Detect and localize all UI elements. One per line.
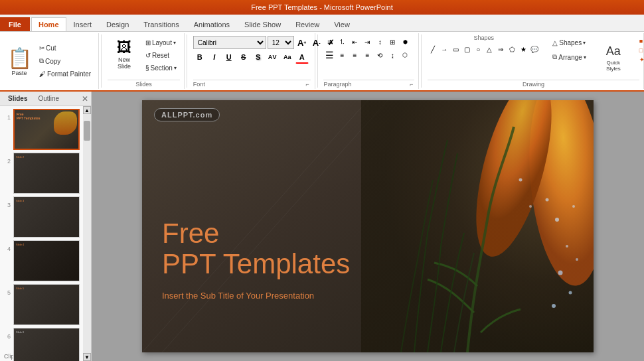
change-case-button[interactable]: Aa [281, 50, 294, 64]
font-size-select[interactable]: 12 [268, 36, 294, 49]
shape-star[interactable]: ★ [518, 44, 528, 54]
align-text-button[interactable]: ↨ [386, 49, 398, 61]
text-shadow-button[interactable]: S [252, 50, 265, 64]
shape-rect[interactable]: ▭ [450, 44, 461, 54]
format-painter-button[interactable]: 🖌 Format Painter [36, 68, 94, 80]
tab-view[interactable]: View [327, 17, 357, 31]
svg-point-13 [552, 304, 556, 308]
bullets-button[interactable]: ≡ [323, 36, 335, 48]
scroll-track[interactable] [83, 114, 91, 353]
grow-font-button[interactable]: A+ [295, 36, 309, 49]
scroll-thumb[interactable] [84, 121, 90, 141]
align-left-button[interactable]: ☰ [323, 49, 335, 61]
increase-indent-button[interactable]: ⇥ [361, 36, 373, 48]
quick-styles-icon: Aa [606, 44, 621, 58]
shape-triangle[interactable]: △ [484, 44, 495, 54]
slide-thumb-5[interactable]: 5 Slide 5 [3, 284, 80, 325]
slide-thumb-1[interactable]: 1 FreePPT Templates [3, 109, 80, 150]
slide-thumb-6[interactable]: 6 Slide 6 [3, 328, 80, 361]
reset-icon: ↺ [145, 52, 151, 59]
columns-button[interactable]: ⊞ [386, 36, 398, 48]
slide-title-container[interactable]: Free PPT Templates [162, 218, 350, 279]
reset-label: Reset [152, 52, 169, 59]
tab-slideshow[interactable]: Slide Show [237, 17, 288, 31]
quick-styles-button[interactable]: Aa QuickStyles [599, 36, 628, 80]
align-center-button[interactable]: ≡ [336, 49, 348, 61]
line-spacing-button[interactable]: ↕ [374, 36, 386, 48]
slide-title-line1: Free [162, 218, 350, 249]
underline-button[interactable]: U [222, 50, 236, 64]
slide-subtitle[interactable]: Insert the Sub Title of Your Presentatio… [162, 291, 314, 301]
close-panel-button[interactable]: ✕ [82, 94, 88, 104]
shape-rounded-rect[interactable]: ▢ [461, 44, 472, 54]
format-painter-icon: 🖌 [39, 70, 46, 78]
numbering-button[interactable]: ⒈ [336, 36, 348, 48]
arrange-icon: ⧉ [552, 53, 557, 61]
tab-home[interactable]: Home [31, 17, 66, 31]
new-slide-button[interactable]: 🖼 NewSlide [108, 35, 141, 74]
tab-transitions[interactable]: Transitions [136, 17, 186, 31]
slide-img-4[interactable]: Slide 4 [13, 240, 80, 281]
section-button[interactable]: § Section ▾ [142, 62, 180, 74]
shape-arrow[interactable]: → [439, 44, 449, 54]
font-expand-button[interactable]: ⌐ [304, 81, 310, 88]
slide-img-1[interactable]: FreePPT Templates [13, 109, 80, 150]
shape-line[interactable]: ╱ [428, 44, 438, 54]
justify-button[interactable]: ≡ [361, 49, 373, 61]
slides-panel-tabs: Slides Outline [3, 92, 64, 106]
ribbon-tab-bar: File Home Insert Design Transitions Anim… [0, 15, 644, 32]
font-name-select[interactable]: Calibri [193, 36, 266, 49]
svg-point-12 [569, 291, 572, 295]
italic-button[interactable]: I [208, 50, 221, 64]
cut-button[interactable]: ✂ Cut [36, 42, 94, 54]
scroll-down-button[interactable]: ▼ [83, 353, 91, 361]
drawing-group-label: Drawing [428, 80, 639, 88]
slide-canvas[interactable]: ALLPPT.com Free PPT Templates Insert the… [142, 100, 594, 352]
convert-to-smartart-button[interactable]: ⬡ [399, 49, 411, 61]
paragraph-expand-button[interactable]: ⌐ [408, 81, 414, 88]
tab-file[interactable]: File [0, 17, 30, 31]
slide-img-6[interactable]: Slide 6 [13, 328, 80, 361]
reset-button[interactable]: ↺ Reset [142, 50, 180, 61]
arrange-button[interactable]: ⧉ Arrange ▾ [549, 51, 590, 63]
strikethrough-button[interactable]: S [237, 50, 250, 64]
bold-button[interactable]: B [193, 50, 206, 64]
slide-thumb-3[interactable]: 3 Slide 3 [3, 196, 80, 238]
slides-tab[interactable]: Slides [3, 94, 33, 104]
shape-outline-button[interactable]: □ Shape Outline ▾ [637, 46, 644, 54]
tab-design[interactable]: Design [99, 17, 136, 31]
svg-point-6 [566, 245, 568, 248]
outline-tab[interactable]: Outline [33, 94, 64, 104]
shape-oval[interactable]: ○ [473, 44, 483, 54]
font-color-button[interactable]: A [295, 50, 309, 64]
shape-pentagon[interactable]: ⬠ [507, 44, 517, 54]
slides-list: 1 FreePPT Templates 2 Slide 2 3 [0, 106, 83, 361]
paste-button[interactable]: 📋 Paste [4, 41, 35, 81]
shape-callout[interactable]: 💬 [529, 44, 540, 54]
smartart-button[interactable]: ⬢ [399, 36, 411, 48]
slide-img-2[interactable]: Slide 2 [13, 153, 80, 194]
decrease-indent-button[interactable]: ⇤ [349, 36, 361, 48]
shape-fill-button[interactable]: ■ Shape Fill ▾ [637, 37, 644, 45]
align-right-button[interactable]: ≡ [349, 49, 361, 61]
shapes-button[interactable]: △ Shapes ▾ [549, 37, 590, 48]
window-title: Free PPT Templates - Microsoft PowerPoin… [251, 3, 393, 11]
shape-right-arrow[interactable]: ⇒ [495, 44, 506, 54]
slides-scrollbar[interactable]: ▲ ▼ [83, 106, 91, 361]
char-spacing-button[interactable]: AV [266, 50, 280, 64]
text-direction-button[interactable]: ⟲ [374, 49, 386, 61]
shapes-area-label: Shapes [473, 35, 494, 41]
layout-button[interactable]: ⊞ Layout ▾ [142, 37, 180, 48]
slide-img-3[interactable]: Slide 3 [13, 196, 80, 238]
slide-thumb-2[interactable]: 2 Slide 2 [3, 153, 80, 194]
tab-animations[interactable]: Animations [187, 17, 237, 31]
tab-insert[interactable]: Insert [66, 17, 100, 31]
tab-review[interactable]: Review [288, 17, 327, 31]
scroll-up-button[interactable]: ▲ [83, 106, 91, 114]
slide-thumb-4[interactable]: 4 Slide 4 [3, 240, 80, 281]
arrange-label: Arrange [558, 54, 582, 61]
new-slide-label: NewSlide [118, 56, 131, 70]
slide-img-5[interactable]: Slide 5 [13, 284, 80, 325]
shape-effects-button[interactable]: ✦ Shape Effects ▾ [637, 56, 644, 64]
copy-button[interactable]: ⧉ Copy [36, 55, 94, 67]
